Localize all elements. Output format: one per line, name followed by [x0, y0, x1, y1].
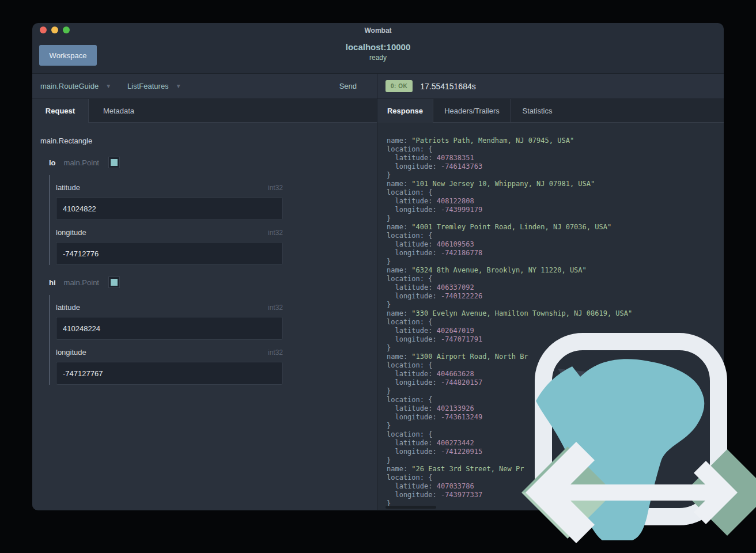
- traffic-lights: [40, 26, 70, 33]
- form-field: latitude int32: [56, 175, 283, 220]
- field-label: longitude: [56, 228, 86, 237]
- status-badge: 0: OK: [385, 80, 413, 92]
- tab-response[interactable]: Response: [377, 99, 433, 123]
- horizontal-scrollbar-thumb[interactable]: [385, 506, 436, 509]
- form-field: latitude int32: [56, 295, 283, 340]
- request-tabs: Request Metadata: [32, 99, 377, 123]
- minimize-button[interactable]: [51, 26, 58, 33]
- field-type-label: int32: [268, 349, 283, 357]
- group-type-label: main.Point: [64, 158, 99, 167]
- tab-request[interactable]: Request: [32, 99, 89, 123]
- app-window: Wombat Workspace localhost:10000 ready m…: [32, 23, 724, 510]
- longitude-input[interactable]: [56, 362, 283, 385]
- field-type-label: int32: [268, 229, 283, 237]
- request-form: main.Rectangle lo main.Point latitude in…: [32, 123, 377, 510]
- group-checkbox[interactable]: [108, 276, 120, 288]
- send-button[interactable]: Send: [339, 82, 357, 90]
- latitude-input[interactable]: [56, 197, 283, 220]
- checkbox-fill-icon: [111, 159, 118, 166]
- field-label: latitude: [56, 303, 80, 312]
- field-type-label: int32: [268, 184, 283, 192]
- server-status: ready: [32, 54, 724, 62]
- close-button[interactable]: [40, 26, 47, 33]
- message-type-label: main.Rectangle: [40, 137, 369, 145]
- response-output: name: "Patriots Path, Mendham, NJ 07945,…: [387, 137, 724, 508]
- field-label: longitude: [56, 348, 86, 357]
- app-header: Workspace localhost:10000 ready: [32, 37, 724, 74]
- tab-headers-trailers[interactable]: Headers/Trailers: [433, 99, 511, 122]
- title-bar: Wombat: [32, 23, 724, 37]
- service-select[interactable]: main.RouteGuide: [40, 82, 99, 90]
- field-group-hi: hi main.Point latitude int32: [40, 276, 369, 385]
- group-name: lo: [49, 158, 56, 167]
- tab-metadata[interactable]: Metadata: [89, 99, 149, 122]
- method-select[interactable]: ListFeatures: [127, 82, 169, 90]
- group-type-label: main.Point: [64, 278, 99, 287]
- chevron-down-icon[interactable]: ▼: [105, 83, 111, 89]
- chevron-down-icon[interactable]: ▼: [176, 83, 182, 89]
- window-title: Wombat: [32, 23, 724, 38]
- server-address: localhost:10000: [32, 42, 724, 52]
- field-type-label: int32: [268, 304, 283, 312]
- response-statusbar: 0: OK 17.554151684s: [377, 74, 724, 99]
- group-checkbox[interactable]: [108, 157, 120, 168]
- form-field: longitude int32: [56, 340, 283, 385]
- field-group-lo: lo main.Point latitude int32: [40, 157, 369, 265]
- tab-statistics[interactable]: Statistics: [511, 99, 564, 122]
- field-label: latitude: [56, 183, 80, 192]
- checkbox-fill-icon: [111, 279, 118, 286]
- response-panel: 0: OK 17.554151684s Response Headers/Tra…: [377, 74, 724, 510]
- response-tabs: Response Headers/Trailers Statistics: [377, 99, 724, 123]
- group-name: hi: [49, 278, 56, 287]
- request-toolbar: main.RouteGuide ▼ ListFeatures ▼ Send: [32, 74, 377, 99]
- form-field: longitude int32: [56, 220, 283, 265]
- request-panel: main.RouteGuide ▼ ListFeatures ▼ Send Re…: [32, 74, 377, 510]
- response-duration: 17.554151684s: [420, 82, 476, 91]
- latitude-input[interactable]: [56, 317, 283, 340]
- longitude-input[interactable]: [56, 242, 283, 265]
- server-info: localhost:10000 ready: [32, 42, 724, 62]
- response-body: name: "Patriots Path, Mendham, NJ 07945,…: [377, 123, 724, 510]
- zoom-button[interactable]: [63, 26, 70, 33]
